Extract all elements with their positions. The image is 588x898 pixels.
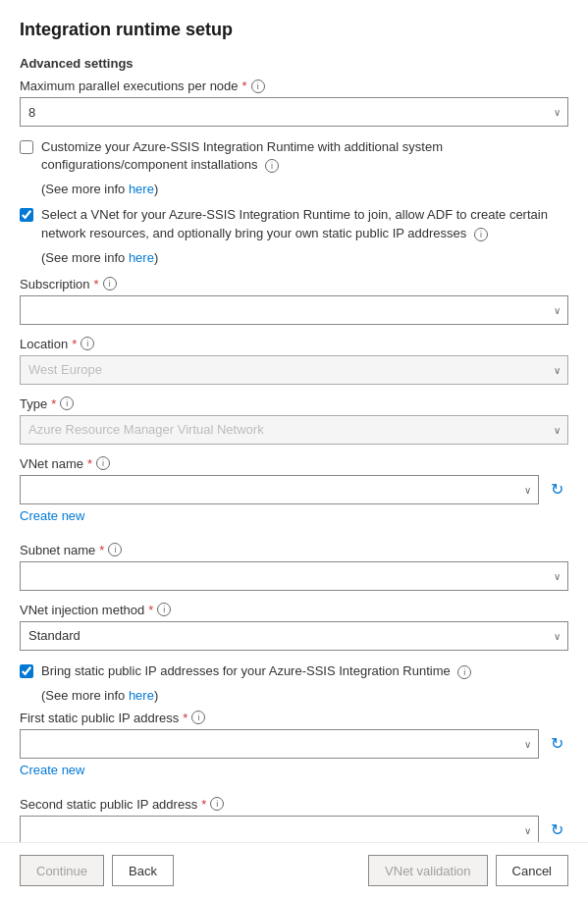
subscription-label: Subscription * i	[20, 277, 568, 291]
vnet-name-create-new[interactable]: Create new	[20, 508, 84, 523]
vnet-injection-info-icon[interactable]: i	[157, 603, 171, 616]
second-static-ip-label: Second static public IP address * i	[20, 797, 568, 812]
cancel-button[interactable]: Cancel	[496, 855, 568, 886]
subscription-select-wrapper: ∨	[20, 295, 568, 325]
first-static-ip-refresh-button[interactable]: ↻	[545, 729, 568, 759]
location-group: Location * i West Europe ∨	[20, 337, 568, 385]
location-info-icon[interactable]: i	[80, 337, 94, 350]
vnet-checkbox-content: Select a VNet for your Azure-SSIS Integr…	[41, 206, 568, 241]
static-ip-checkbox-content: Bring static public IP addresses for you…	[41, 662, 471, 680]
customize-checkbox[interactable]	[20, 140, 33, 154]
max-parallel-group: Maximum parallel executions per node * i…	[20, 79, 568, 127]
max-parallel-select[interactable]: 8 1 2 4 16	[20, 97, 568, 127]
location-required: *	[72, 337, 77, 351]
first-static-ip-create-new[interactable]: Create new	[20, 763, 84, 777]
customize-checkbox-row: Customize your Azure-SSIS Integration Ru…	[20, 138, 568, 174]
page-title: Integration runtime setup	[20, 20, 568, 40]
customize-info-icon[interactable]: i	[265, 159, 279, 173]
customize-here-link[interactable]: here	[129, 182, 154, 196]
back-button[interactable]: Back	[112, 855, 174, 886]
type-info-icon[interactable]: i	[60, 396, 74, 410]
type-label: Type * i	[20, 396, 568, 411]
second-static-ip-select-with-refresh: ∨ ↻	[20, 816, 568, 845]
customize-checkbox-content: Customize your Azure-SSIS Integration Ru…	[41, 138, 568, 174]
static-ip-info-icon[interactable]: i	[457, 665, 471, 679]
vnet-checkbox-row: Select a VNet for your Azure-SSIS Integr…	[20, 206, 568, 241]
vnet-see-more: (See more info here)	[41, 250, 568, 265]
second-static-ip-required: *	[201, 797, 206, 812]
subnet-name-required: *	[99, 543, 104, 557]
first-static-ip-select[interactable]	[20, 729, 539, 759]
vnet-name-select-with-refresh: ∨ ↻	[20, 475, 568, 504]
type-required: *	[51, 396, 56, 411]
location-select[interactable]: West Europe	[20, 355, 568, 385]
max-parallel-select-wrapper: 8 1 2 4 16 ∨	[20, 97, 568, 127]
vnet-name-info-icon[interactable]: i	[96, 456, 110, 470]
vnet-injection-label: VNet injection method * i	[20, 603, 568, 617]
static-ip-see-more: (See more info here)	[41, 688, 568, 703]
first-static-ip-select-wrapper: ∨	[20, 729, 539, 759]
vnet-injection-select-wrapper: Standard Express ∨	[20, 621, 568, 651]
max-parallel-label: Maximum parallel executions per node * i	[20, 79, 568, 93]
max-parallel-info-icon[interactable]: i	[251, 79, 265, 93]
first-static-ip-required: *	[183, 711, 187, 725]
location-select-wrapper: West Europe ∨	[20, 355, 568, 385]
subscription-info-icon[interactable]: i	[103, 277, 117, 291]
customize-see-more: (See more info here)	[41, 182, 568, 196]
subscription-select[interactable]	[20, 295, 568, 325]
vnet-name-select[interactable]	[20, 475, 539, 504]
static-ip-here-link[interactable]: here	[129, 688, 154, 703]
subnet-name-select-wrapper: ∨	[20, 561, 568, 591]
subnet-name-info-icon[interactable]: i	[108, 543, 122, 556]
location-label: Location * i	[20, 337, 568, 351]
first-static-ip-info-icon[interactable]: i	[191, 711, 205, 724]
vnet-injection-select[interactable]: Standard Express	[20, 621, 568, 651]
static-ip-checkbox-row: Bring static public IP addresses for you…	[20, 662, 568, 680]
subnet-name-group: Subnet name * i ∨	[20, 543, 568, 591]
vnet-name-group: VNet name * i ∨ ↻ Create new	[20, 456, 568, 531]
second-static-ip-info-icon[interactable]: i	[210, 797, 224, 811]
type-select-wrapper: Azure Resource Manager Virtual Network ∨	[20, 415, 568, 445]
second-static-ip-select-wrapper: ∨	[20, 816, 539, 845]
subnet-name-select[interactable]	[20, 561, 568, 591]
subscription-required: *	[94, 277, 99, 291]
second-static-ip-select[interactable]	[20, 816, 539, 845]
vnet-info-icon[interactable]: i	[474, 228, 488, 241]
subnet-name-label: Subnet name * i	[20, 543, 568, 557]
vnet-name-required: *	[87, 456, 92, 471]
footer: Continue Back VNet validation Cancel	[0, 842, 588, 898]
vnet-validation-button[interactable]: VNet validation	[368, 855, 487, 886]
vnet-name-select-wrapper: ∨	[20, 475, 539, 504]
vnet-name-label: VNet name * i	[20, 456, 568, 471]
static-ip-checkbox[interactable]	[20, 664, 33, 678]
type-select[interactable]: Azure Resource Manager Virtual Network	[20, 415, 568, 445]
section-advanced-settings: Advanced settings	[20, 56, 568, 71]
vnet-here-link[interactable]: here	[129, 250, 154, 265]
vnet-injection-group: VNet injection method * i Standard Expre…	[20, 603, 568, 651]
first-static-ip-select-with-refresh: ∨ ↻	[20, 729, 568, 759]
type-group: Type * i Azure Resource Manager Virtual …	[20, 396, 568, 445]
vnet-checkbox[interactable]	[20, 208, 33, 222]
continue-button[interactable]: Continue	[20, 855, 104, 886]
max-parallel-required: *	[242, 79, 247, 93]
vnet-injection-required: *	[148, 603, 153, 617]
vnet-name-refresh-button[interactable]: ↻	[545, 475, 568, 504]
subscription-group: Subscription * i ∨	[20, 277, 568, 325]
first-static-ip-group: First static public IP address * i ∨ ↻ C…	[20, 711, 568, 785]
second-static-ip-refresh-button[interactable]: ↻	[545, 816, 568, 845]
first-static-ip-label: First static public IP address * i	[20, 711, 568, 725]
